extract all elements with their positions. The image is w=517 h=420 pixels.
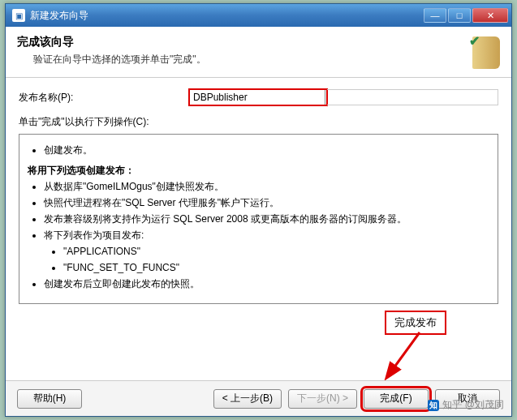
summary-item: 从数据库"GomeILMOgus"创建快照发布。: [44, 179, 489, 194]
window-title: 新建发布向导: [30, 9, 424, 23]
summary-box[interactable]: 创建发布。 将用下列选项创建发布： 从数据库"GomeILMOgus"创建快照发…: [19, 134, 498, 304]
header-title: 完成该向导: [17, 35, 464, 49]
minimize-button[interactable]: —: [424, 8, 446, 23]
wizard-window: ▣ 新建发布向导 — □ ✕ 完成该向导 验证在向导中选择的选项并单击"完成"。…: [5, 3, 512, 417]
watermark: 知 知乎 @刘茂同: [428, 398, 504, 412]
close-button[interactable]: ✕: [472, 8, 508, 23]
app-icon: ▣: [12, 9, 25, 22]
watermark-site: 知乎: [442, 398, 462, 412]
summary-sub-item: "APPLICATIONS": [63, 244, 489, 259]
checkmark-icon: ✔: [469, 33, 480, 49]
instruction-text: 单击"完成"以执行下列操作(C):: [19, 115, 498, 129]
publish-name-label: 发布名称(P):: [19, 91, 189, 105]
next-button: 下一步(N) >: [288, 389, 357, 409]
back-button[interactable]: < 上一步(B): [213, 389, 282, 409]
header-subtitle: 验证在向导中选择的选项并单击"完成"。: [17, 53, 464, 66]
wizard-icon: ✔: [464, 35, 500, 71]
summary-item: 创建发布。: [44, 143, 489, 157]
annotation-callout: 完成发布: [385, 311, 446, 335]
annotation-arrow-icon: [379, 328, 428, 385]
maximize-button[interactable]: □: [448, 8, 471, 23]
zhihu-icon: 知: [428, 400, 439, 411]
publish-name-input[interactable]: [189, 89, 325, 105]
summary-section-title: 将用下列选项创建发布：: [28, 164, 489, 178]
input-extension: [327, 89, 498, 105]
summary-item: 发布兼容级别将支持作为运行 SQL Server 2008 或更高版本的服务器的…: [44, 212, 489, 226]
summary-item: 快照代理进程将在"SQL Server 代理服务"帐户下运行。: [44, 195, 489, 210]
finish-button[interactable]: 完成(F): [364, 389, 429, 409]
window-buttons: — □ ✕: [424, 8, 508, 23]
summary-sub-item: "FUNC_SET_TO_FUNCS": [63, 260, 489, 275]
titlebar[interactable]: ▣ 新建发布向导 — □ ✕: [6, 4, 511, 27]
publish-name-row: 发布名称(P):: [19, 89, 498, 105]
wizard-header: 完成该向导 验证在向导中选择的选项并单击"完成"。 ✔: [6, 27, 511, 78]
watermark-user: @刘茂同: [465, 398, 504, 412]
svg-line-0: [387, 332, 420, 377]
wizard-body: 发布名称(P): 单击"完成"以执行下列操作(C): 创建发布。 将用下列选项创…: [6, 78, 511, 315]
summary-item: 将下列表作为项目发布: "APPLICATIONS" "FUNC_SET_TO_…: [44, 228, 489, 275]
help-button[interactable]: 帮助(H): [17, 389, 82, 409]
summary-item: 创建发布后立即创建此发布的快照。: [44, 276, 489, 291]
